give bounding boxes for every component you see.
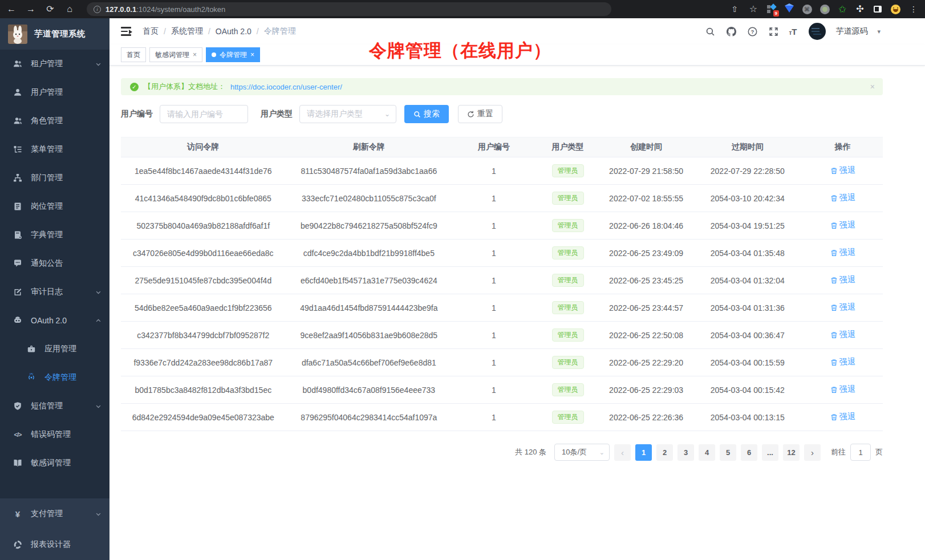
force-logout-button[interactable]: 强退 <box>830 302 855 313</box>
home-icon[interactable]: ⌂ <box>64 5 75 14</box>
page-button-6[interactable]: 6 <box>741 444 757 461</box>
alert-close-icon[interactable]: × <box>870 82 875 91</box>
notice-icon <box>13 258 23 269</box>
sidebar-item-10[interactable]: 应用管理 <box>0 335 109 363</box>
pinwheel-extension-icon[interactable]: ✣ <box>855 4 865 14</box>
tab-1[interactable]: 敏感词管理× <box>149 47 202 62</box>
page-button-3[interactable]: 3 <box>677 444 694 461</box>
user-id: 1 <box>452 167 535 176</box>
doc-link[interactable]: https://doc.iocoder.cn/user-center/ <box>230 83 342 91</box>
page-button-12[interactable]: 12 <box>783 444 800 461</box>
emoji-extension-icon[interactable] <box>890 4 900 14</box>
goto-page-input[interactable] <box>850 444 871 461</box>
help-icon[interactable]: ? <box>747 26 758 37</box>
search-icon[interactable] <box>704 26 716 37</box>
breadcrumb-oauth[interactable]: OAuth 2.0 <box>216 27 251 36</box>
sidebar-item-12[interactable]: 短信管理 <box>0 392 109 420</box>
force-logout-button[interactable]: 强退 <box>830 193 855 203</box>
sidebar-item-0[interactable]: ¥支付管理 <box>0 498 109 529</box>
page-button-4[interactable]: 4 <box>699 444 715 461</box>
force-logout-button[interactable]: 强退 <box>830 357 855 367</box>
gem-extension-icon[interactable] <box>784 4 794 14</box>
alert-text: 【用户体系】文档地址： <box>144 82 225 92</box>
filter-form: 用户编号 用户类型 请选择用户类型 ⌄ 搜索 重置 <box>121 105 883 123</box>
back-icon[interactable]: ← <box>6 5 17 14</box>
table-body: 1ea5e44f8bc1467aaede43144f31de76811c5304… <box>121 157 883 431</box>
sidebar-collapse-icon[interactable] <box>121 27 132 36</box>
prev-page-button[interactable]: ‹ <box>614 444 631 461</box>
user-name[interactable]: 芋道源码 <box>835 26 867 36</box>
page-button-2[interactable]: 2 <box>656 444 673 461</box>
sidebar-item-3[interactable]: 菜单管理 <box>0 135 109 164</box>
user-id-input[interactable] <box>160 105 248 123</box>
table-row: f9336e7c7dd242a283ee98dc86b17a87dfa6c71a… <box>121 349 883 376</box>
created-time: 2022-06-25 23:44:57 <box>600 303 692 313</box>
sidebar-item-6[interactable]: 字典管理 <box>0 221 109 249</box>
force-logout-button[interactable]: 强退 <box>830 384 855 395</box>
sidebar-item-11[interactable]: (A)令牌管理 <box>0 363 109 392</box>
panel-toggle-icon[interactable] <box>873 4 883 14</box>
sidebar-item-8[interactable]: 审计日志 <box>0 278 109 306</box>
sidebar-item-14[interactable]: 敏感词管理 <box>0 449 109 477</box>
force-logout-button[interactable]: 强退 <box>830 220 855 230</box>
sidebar-item-1[interactable]: 用户管理 <box>0 78 109 107</box>
access-token: 502375b8040a469a9b82188afdf6af1f <box>121 221 286 230</box>
page-size-select[interactable]: 10条/页 ⌄ <box>554 444 610 461</box>
breadcrumb-system[interactable]: 系统管理 <box>171 26 203 36</box>
search-button[interactable]: 搜索 <box>404 105 449 123</box>
close-icon[interactable]: × <box>193 51 197 59</box>
sidebar-item-1[interactable]: 报表设计器 <box>0 529 109 560</box>
page-button-5[interactable]: 5 <box>720 444 736 461</box>
reload-icon[interactable]: ⟳ <box>44 5 56 14</box>
access-token: 41c41346a548490f9dc8b01c6bfe0865 <box>121 194 286 203</box>
green-star-extension-icon[interactable]: ✩ <box>837 4 847 14</box>
sidebar-item-9[interactable]: OAuth 2.0 <box>0 306 109 335</box>
force-logout-button[interactable]: 强退 <box>830 275 855 285</box>
pager-ellipsis[interactable]: ... <box>762 444 778 461</box>
sidebar-item-7[interactable]: 通知公告 <box>0 249 109 278</box>
forward-icon[interactable]: → <box>25 5 36 14</box>
sidebar-item-5[interactable]: 岗位管理 <box>0 192 109 221</box>
grid-extension-icon[interactable]: 9 <box>766 4 777 14</box>
refresh-token: b0df4980ffd34c67a08f9156e4eee733 <box>286 385 453 395</box>
close-icon[interactable]: × <box>250 51 254 59</box>
errcode-icon: </> <box>13 429 23 440</box>
app-logo-bar[interactable]: 芋道管理系统 <box>0 18 109 50</box>
force-logout-button[interactable]: 强退 <box>830 165 855 176</box>
user-id-label: 用户编号 <box>121 109 153 119</box>
share-icon[interactable]: ⇧ <box>729 5 740 13</box>
chevron-down-icon[interactable]: ▾ <box>877 28 881 35</box>
sidebar-item-13[interactable]: </>错误码管理 <box>0 420 109 449</box>
user-id: 1 <box>452 385 535 395</box>
recorder-extension-icon[interactable] <box>819 4 830 14</box>
trash-icon <box>830 359 838 366</box>
sidebar-item-2[interactable]: 角色管理 <box>0 107 109 135</box>
force-logout-button[interactable]: 强退 <box>830 412 855 422</box>
command-extension-icon[interactable]: ⌘ <box>802 4 812 14</box>
site-info-icon[interactable]: i <box>94 6 101 13</box>
sms-icon <box>13 401 23 411</box>
browser-menu-icon[interactable]: ⋮ <box>908 5 919 13</box>
github-icon[interactable] <box>725 26 737 37</box>
font-size-icon[interactable]: тT <box>789 27 797 36</box>
tab-0[interactable]: 首页 <box>121 47 146 62</box>
sidebar-menu: 租户管理用户管理角色管理菜单管理部门管理岗位管理字典管理通知公告审计日志OAut… <box>0 50 109 498</box>
avatar[interactable] <box>809 23 826 40</box>
page-button-1[interactable]: 1 <box>635 444 652 461</box>
breadcrumb-home[interactable]: 首页 <box>143 26 159 36</box>
tab-2[interactable]: 令牌管理× <box>206 47 260 62</box>
next-page-button[interactable]: › <box>804 444 821 461</box>
reset-button[interactable]: 重置 <box>458 105 502 123</box>
svg-text:?: ? <box>751 29 754 34</box>
sidebar-item-0[interactable]: 租户管理 <box>0 50 109 78</box>
bookmark-star-icon[interactable]: ☆ <box>748 5 759 14</box>
chevron-down-icon <box>95 403 102 409</box>
user-type-select[interactable]: 请选择用户类型 ⌄ <box>299 105 396 123</box>
force-logout-button[interactable]: 强退 <box>830 247 855 258</box>
fullscreen-icon[interactable] <box>768 26 779 37</box>
expire-time: 2054-03-10 20:42:34 <box>692 194 803 203</box>
access-token: c342377bf8b344799dcbf7bf095287f2 <box>121 331 286 340</box>
address-bar[interactable]: i 127.0.0.1:1024/system/oauth2/token <box>87 2 611 16</box>
force-logout-button[interactable]: 强退 <box>830 330 855 340</box>
sidebar-item-4[interactable]: 部门管理 <box>0 164 109 192</box>
